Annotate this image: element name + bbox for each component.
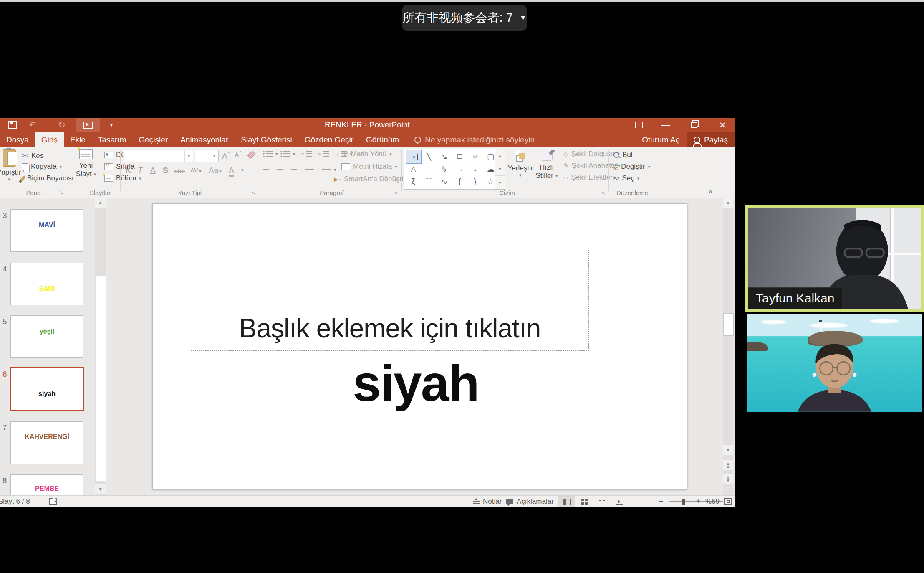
previous-slide-button[interactable]: ▲▲ [723, 460, 733, 470]
numbering-button[interactable] [280, 151, 295, 157]
select-button[interactable]: ↖ Seç [613, 174, 639, 183]
font-size-combobox[interactable]: ▼ [195, 150, 219, 162]
redo-button[interactable]: ↻ [53, 118, 71, 132]
share-button[interactable]: Paylaş [687, 132, 735, 147]
scroll-down-icon[interactable]: ▼ [95, 484, 106, 494]
columns-button[interactable] [322, 167, 336, 173]
oval-shape[interactable]: ○ [468, 150, 482, 163]
curve-shape[interactable]: ∿ [437, 175, 452, 188]
tab-gecisler[interactable]: Geçişler [132, 132, 174, 147]
tab-giris[interactable]: Giriş [35, 132, 64, 147]
tab-ekle[interactable]: Ekle [64, 132, 92, 147]
thumbnail-scrollbar-thumb[interactable] [96, 276, 106, 481]
spellcheck-button[interactable] [49, 496, 57, 507]
zoom-out-button[interactable]: − [659, 496, 664, 507]
scroll-down-icon[interactable]: ▼ [495, 162, 505, 176]
right-brace-shape[interactable]: } [468, 175, 482, 188]
tab-dosya[interactable]: Dosya [0, 132, 35, 147]
slide-sorter-view-button[interactable] [576, 496, 593, 507]
text-shadow-button[interactable]: S [163, 166, 168, 175]
italic-button[interactable]: T [138, 166, 143, 175]
text-direction-button[interactable]: ⇅A Metin Yönü [341, 150, 392, 158]
slide-thumbnail-3[interactable]: MAVİ [10, 209, 83, 252]
pano-dialog-launcher[interactable]: ↘ [59, 190, 63, 195]
fit-to-window-button[interactable] [724, 496, 732, 507]
align-right-button[interactable] [291, 167, 300, 173]
notes-button[interactable]: Notlar [473, 496, 502, 507]
scribble-shape[interactable]: ξ [406, 175, 421, 188]
slide-thumbnail-4[interactable]: SARI [10, 263, 83, 305]
next-slide-button[interactable]: ▼▼ [723, 474, 733, 484]
restore-button[interactable] [684, 118, 704, 132]
justify-button[interactable] [305, 167, 314, 173]
elbow-arrow-connector-shape[interactable]: ↳ [437, 162, 452, 175]
chevron-down-icon[interactable]: ▼ [210, 150, 218, 162]
tab-animasyonlar[interactable]: Animasyonlar [174, 132, 235, 147]
normal-view-button[interactable] [558, 496, 575, 507]
title-placeholder[interactable]: Başlık eklemek için tıklatın [191, 250, 589, 351]
text-box-shape[interactable]: A [406, 150, 422, 164]
arc-shape[interactable]: ⌒ [422, 175, 436, 188]
grow-font-button[interactable]: Aˆ [222, 152, 230, 161]
paste-button[interactable]: Yapıştır [0, 149, 22, 182]
more-shapes-icon[interactable]: ▼ [495, 175, 505, 189]
paragraf-dialog-launcher[interactable]: ↘ [394, 190, 398, 195]
undo-button[interactable]: ↶ [23, 118, 42, 132]
shape-outline-button[interactable]: ✎ Şekil Anahattı [563, 162, 620, 170]
scroll-down-icon[interactable]: ▼ [723, 445, 733, 455]
align-left-button[interactable] [263, 167, 272, 173]
down-arrow-shape[interactable]: ↓ [468, 162, 482, 175]
clear-formatting-button[interactable] [248, 151, 255, 155]
slide-thumbnail-8[interactable]: PEMBE [10, 474, 83, 495]
comments-button[interactable]: Açıklamalar [506, 496, 554, 507]
tab-tasarim[interactable]: Tasarım [92, 132, 133, 147]
shrink-font-button[interactable]: Aˇ [235, 152, 241, 159]
scroll-up-icon[interactable]: ▲ [723, 198, 733, 208]
collapse-ribbon-button[interactable]: ∧ [708, 188, 713, 195]
tab-gorunum[interactable]: Görünüm [360, 132, 405, 147]
character-spacing-button[interactable]: AV [190, 167, 201, 174]
cizim-dialog-launcher[interactable]: ↘ [601, 190, 605, 195]
find-button[interactable]: Bul [613, 151, 633, 159]
strikethrough-button[interactable]: abe [174, 167, 185, 175]
bullets-button[interactable] [263, 151, 278, 157]
copy-button[interactable]: Kopyala [22, 162, 62, 171]
new-slide-button[interactable]: Yeni Slayt [69, 149, 103, 178]
ribbon-display-options-button[interactable]: ↑ [629, 118, 649, 132]
elbow-connector-shape[interactable]: ∟ [422, 162, 436, 175]
font-name-combobox[interactable]: ▼ [124, 150, 193, 162]
section-button[interactable]: Bölüm [104, 174, 141, 183]
slideshow-view-button[interactable] [611, 496, 628, 507]
font-color-button[interactable]: A [229, 166, 234, 177]
underline-button[interactable]: A [150, 166, 156, 175]
video-tile-speaker[interactable]: Tayfun Kalkan [745, 205, 924, 312]
tell-me-box[interactable]: Ne yapmak istediğinizi söyleyin... [414, 132, 541, 147]
scroll-up-icon[interactable]: ▲ [95, 198, 106, 208]
shape-fill-button[interactable]: ◇ Şekil Dolgusu [563, 150, 620, 158]
shapes-gallery-scrollbar[interactable]: ▲ ▼ ▼ [495, 149, 505, 190]
editor-scrollbar[interactable]: ▲ ▼ ▲▲ ▼▼ [723, 198, 733, 495]
minimize-button[interactable]: — [656, 118, 675, 132]
cut-button[interactable]: Kes [22, 151, 43, 160]
triangle-shape[interactable]: △ [406, 162, 421, 175]
slide-text-siyah[interactable]: siyah [153, 354, 679, 413]
left-brace-shape[interactable]: { [452, 175, 467, 188]
participants-dropdown[interactable]: 所有非视频参会者: 7 ▼ [402, 5, 527, 31]
font-color-dropdown[interactable] [241, 167, 244, 173]
decrease-indent-button[interactable]: « [301, 151, 312, 157]
editor-scrollbar-thumb[interactable] [723, 313, 734, 336]
save-button[interactable] [4, 118, 21, 132]
align-center-button[interactable] [277, 167, 286, 173]
sign-in-button[interactable]: Oturum Aç [634, 132, 687, 147]
rectangle-shape[interactable]: □ [452, 150, 467, 163]
scroll-up-icon[interactable]: ▲ [495, 149, 505, 162]
thumbnail-scrollbar[interactable]: ▲ ▼ [95, 198, 106, 495]
line-shape[interactable]: ╲ [422, 150, 436, 163]
close-button[interactable]: × [713, 118, 732, 132]
slide-thumbnail-6-selected[interactable]: siyah [10, 367, 84, 411]
format-painter-button[interactable]: Biçim Boyacısı [22, 174, 73, 183]
tab-gozden-gecir[interactable]: Gözden Geçir [298, 132, 360, 147]
start-slideshow-button[interactable] [76, 118, 100, 132]
arrange-button[interactable]: Yerleştir [507, 150, 533, 178]
slide-thumbnail-5[interactable]: yeşil [10, 315, 83, 358]
